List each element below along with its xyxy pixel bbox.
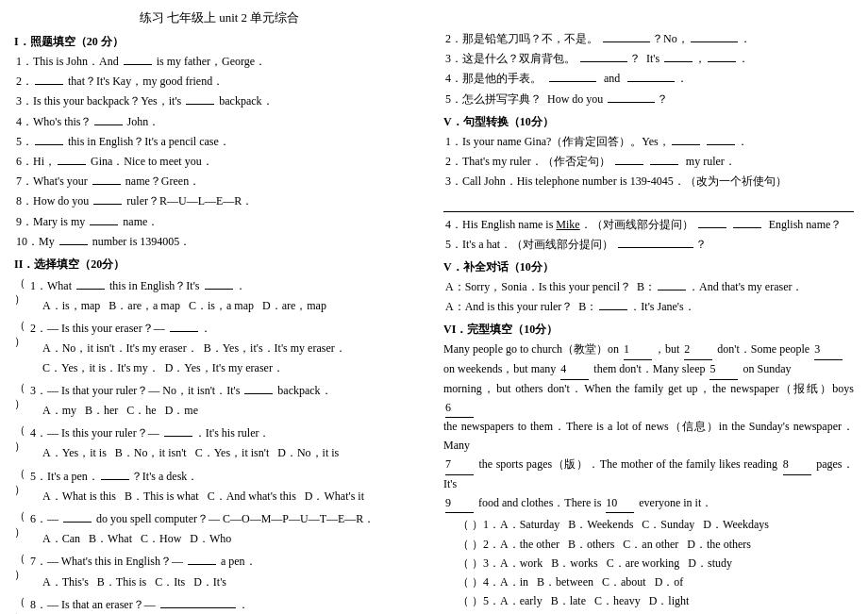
q-II-8: （ ） 8．— Is that an eraser？— ． A．Yes，it i… xyxy=(14,594,425,614)
q-V-3: 3．Call John．His telephone number is 139-… xyxy=(443,173,854,191)
q-I-1: 1．This is John．And is my father，George． xyxy=(14,53,425,71)
q-II-6: （ ） 6．— do you spell computer？— C—O—M—P—… xyxy=(14,508,425,549)
q-V-2: 2．That's my ruler．（作否定句） my ruler． xyxy=(443,153,854,171)
q-right-3: 3．这是什么？双肩背包。 ？ It's ，． xyxy=(443,50,854,68)
q-I-6: 6．Hi， Gina．Nice to meet you． xyxy=(14,153,425,171)
q-II-7: （ ） 7．— What's this in English？— a pen． … xyxy=(14,551,425,591)
q-I-7: 7．What's your name？Green． xyxy=(14,173,425,191)
q-V-5: 5．It's a hat．（对画线部分提问） ？ xyxy=(443,236,854,254)
q-I-3: 3．Is this your backpack？Yes，it's backpac… xyxy=(14,92,425,110)
page-title: 练习 七年级上 unit 2 单元综合 xyxy=(14,9,425,26)
right-column: 2．那是铅笔刀吗？不，不是。 ？No，． 3．这是什么？双肩背包。 ？ It's… xyxy=(443,9,854,614)
q-II-2: （ ） 2．— Is this your eraser？— ． A．No，it … xyxy=(14,318,425,378)
vi-c4: （ ）4．A．in B．between C．about D．of xyxy=(458,573,854,591)
q-right-4: 4．那是他的手表。 and ． xyxy=(443,70,854,88)
q-right-5: 5．怎么拼写字典？ How do you ？ xyxy=(443,91,854,108)
vi-c3: （ ）3．A．work B．works C．are working D．stud… xyxy=(458,555,854,573)
q-dialogue-1: A：Sorry，Sonia．Is this your pencil？ B：．An… xyxy=(443,278,854,296)
q-II-1: （ ） 1．What this in English？It's ． A．is，m… xyxy=(14,275,425,316)
vi-c5: （ ）5．A．early B．late C．heavy D．light xyxy=(458,592,854,610)
q-dialogue-2: A：And is this your ruler？ B：．It's Jane's… xyxy=(443,298,854,316)
q-I-8: 8．How do you ruler？R—U—L—E—R． xyxy=(14,192,425,210)
section-V-header: V．句型转换（10分） xyxy=(443,114,854,130)
q-V-4: 4．His English name is Mike．（对画线部分提问） Eng… xyxy=(443,216,854,234)
q-V-1: 1．Is your name Gina?（作肯定回答）。Yes， ． xyxy=(443,133,854,151)
vi-c1: （ ）1．A．Saturday B．Weekends C．Sunday D．We… xyxy=(458,516,854,534)
page-container: 练习 七年级上 unit 2 单元综合 I．照题填空（20 分） 1．This … xyxy=(14,9,854,614)
q-I-4: 4．Who's this？ John． xyxy=(14,113,425,131)
section-VI-header: VI．完型填空（10分） xyxy=(443,322,854,338)
q-I-5: 5． this in English？It's a pencil case． xyxy=(14,133,425,151)
q-II-3: （ ） 3．— Is that your ruler？— No，it isn't… xyxy=(14,380,425,421)
q-I-2: 2． that？It's Kay，my good friend． xyxy=(14,73,425,91)
q-right-2: 2．那是铅笔刀吗？不，不是。 ？No，． xyxy=(443,30,854,48)
q-II-4: （ ） 4．— Is this your ruler？— ．It's his r… xyxy=(14,423,425,463)
section-V-dialogue-header: V．补全对话（10分） xyxy=(443,259,854,275)
section-I-header: I．照题填空（20 分） xyxy=(14,34,425,50)
section-II-header: II．选择填空（20分） xyxy=(14,257,425,273)
q-I-10: 10．My number is 1394005． xyxy=(14,233,425,251)
q-II-5: （ ） 5．It's a pen．？It's a desk． A．What is… xyxy=(14,466,425,506)
left-column: 练习 七年级上 unit 2 单元综合 I．照题填空（20 分） 1．This … xyxy=(14,9,425,614)
vi-c2: （ ）2．A．the other B．others C．an other D．t… xyxy=(458,536,854,554)
q-V-3-blank xyxy=(443,192,854,211)
vi-passage: Many people go to church（教堂）on 1，but 2 d… xyxy=(443,340,854,513)
q-I-9: 9．Mary is my name． xyxy=(14,213,425,231)
